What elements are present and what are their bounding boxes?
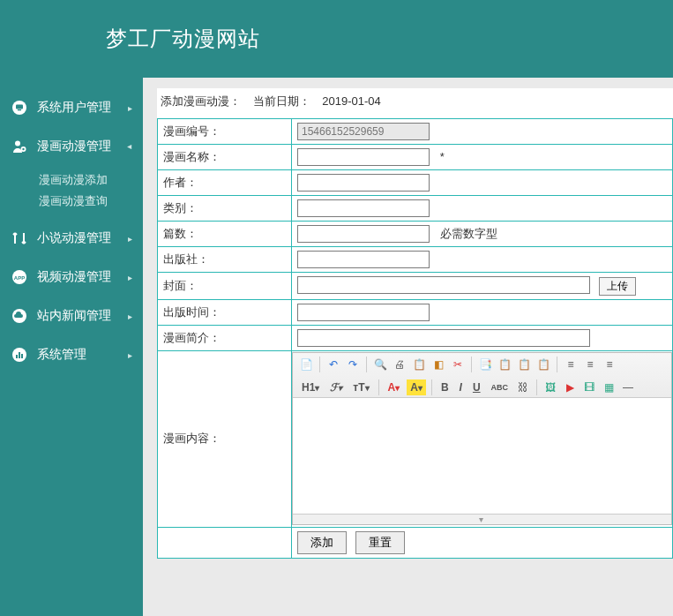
- tb-highlight-icon[interactable]: A▾: [407, 379, 426, 395]
- tb-template-icon[interactable]: ◧: [430, 357, 446, 372]
- tb-flash-icon[interactable]: ▶: [562, 379, 578, 395]
- svg-rect-11: [19, 352, 20, 358]
- sidebar-item-label: 系统管理: [37, 347, 128, 363]
- tb-paste2-icon[interactable]: 📋: [516, 357, 532, 372]
- crumb-title: 添加漫画动漫：: [161, 94, 241, 108]
- sidebar-item-video-mgmt[interactable]: APP 视频动漫管理 ▸: [0, 258, 143, 297]
- chevron-right-icon: ▸: [128, 350, 132, 360]
- rich-editor: 📄 ↶ ↷ 🔍 🖨 📋 ◧ ✂ �: [292, 352, 672, 525]
- svg-rect-2: [18, 109, 21, 110]
- tb-media-icon[interactable]: 🎞: [581, 379, 597, 395]
- tb-print-icon[interactable]: 🖨: [392, 357, 408, 372]
- tb-strike-icon[interactable]: ABC: [488, 379, 512, 395]
- tb-underline-icon[interactable]: U: [469, 379, 484, 395]
- required-mark: *: [440, 150, 445, 163]
- input-code: [297, 123, 430, 140]
- bars-icon: [11, 346, 28, 364]
- tb-source-icon[interactable]: 📄: [298, 357, 314, 372]
- tb-paste-icon[interactable]: 📋: [497, 357, 512, 372]
- reset-button[interactable]: 重置: [355, 531, 405, 554]
- label-name: 漫画名称：: [158, 145, 292, 170]
- site-title: 梦工厂动漫网站: [106, 25, 260, 53]
- chevron-right-icon: ▸: [128, 273, 132, 282]
- tb-table-icon[interactable]: ▦: [601, 379, 617, 395]
- tb-find-icon[interactable]: 🔍: [372, 357, 388, 372]
- arrows-icon: [11, 229, 28, 247]
- input-intro[interactable]: [297, 329, 590, 347]
- editor-body[interactable]: [293, 398, 671, 514]
- sidebar-item-novel-mgmt[interactable]: 小说动漫管理 ▸: [0, 219, 143, 258]
- subnav-item-query[interactable]: 漫画动漫查询: [39, 191, 143, 212]
- input-category[interactable]: [297, 199, 430, 217]
- tb-image-icon[interactable]: 🖼: [542, 379, 558, 395]
- tb-redo-icon[interactable]: ↷: [345, 357, 361, 372]
- label-content: 漫画内容：: [158, 350, 292, 527]
- tb-heading-icon[interactable]: H1▾: [298, 379, 323, 395]
- svg-text:APP: APP: [14, 275, 25, 281]
- tb-font-icon[interactable]: ℱ▾: [326, 379, 346, 395]
- sidebar-item-system-mgmt[interactable]: 系统管理 ▸: [0, 335, 143, 374]
- chevron-right-icon: ▸: [128, 103, 132, 113]
- label-pubdate: 出版时间：: [158, 299, 292, 325]
- sidebar-item-news-mgmt[interactable]: 站内新闻管理 ▸: [0, 297, 143, 335]
- editor-resize-handle[interactable]: ▾: [293, 514, 671, 524]
- svg-rect-10: [16, 355, 18, 358]
- monitor-icon: [11, 99, 28, 116]
- svg-point-5: [22, 148, 24, 150]
- tb-align-left-icon[interactable]: ≡: [563, 357, 579, 372]
- sidebar-item-user-mgmt[interactable]: 系统用户管理 ▸: [0, 88, 143, 127]
- label-category: 类别：: [158, 196, 292, 222]
- input-pubdate[interactable]: [297, 304, 430, 321]
- input-count[interactable]: [297, 225, 430, 243]
- label-author: 作者：: [158, 170, 292, 196]
- form-table: 漫画编号： 漫画名称： * 作者： 类别：: [157, 118, 673, 559]
- label-count: 篇数：: [158, 222, 292, 247]
- tb-size-icon[interactable]: тT▾: [349, 379, 372, 395]
- tb-paste3-icon[interactable]: 📋: [535, 357, 551, 372]
- tb-cut-icon[interactable]: ✂: [450, 357, 466, 372]
- user-gear-icon: [11, 138, 28, 155]
- sidebar-item-comic-mgmt[interactable]: 漫画动漫管理 ▾: [0, 127, 143, 166]
- tb-link-icon[interactable]: ⛓: [515, 379, 531, 395]
- upload-button[interactable]: 上传: [599, 277, 636, 296]
- label-intro: 漫画简介：: [158, 325, 292, 350]
- panel: 添加漫画动漫： 当前日期： 2019-01-04 漫画编号： 漫画名称： *: [157, 88, 673, 559]
- tb-align-center-icon[interactable]: ≡: [582, 357, 598, 372]
- svg-rect-1: [16, 105, 23, 109]
- subnav-comic: 漫画动漫添加 漫画动漫查询: [0, 166, 143, 219]
- crumb-date-label: 当前日期：: [253, 94, 310, 108]
- label-cover: 封面：: [158, 273, 292, 300]
- sidebar-item-label: 视频动漫管理: [37, 269, 128, 285]
- label-publisher: 出版社：: [158, 247, 292, 273]
- input-cover[interactable]: [297, 276, 590, 294]
- tb-bold-icon[interactable]: B: [437, 379, 452, 395]
- chevron-right-icon: ▸: [128, 234, 132, 244]
- sidebar: 系统用户管理 ▸ 漫画动漫管理 ▾ 漫画动漫添加 漫画动漫查询 小说动漫管理 ▸…: [0, 78, 143, 616]
- label-code: 漫画编号：: [158, 119, 292, 145]
- input-publisher[interactable]: [297, 251, 430, 268]
- chevron-down-icon: ▾: [125, 145, 135, 149]
- cloud-icon: [11, 307, 28, 325]
- sidebar-item-label: 站内新闻管理: [37, 308, 128, 324]
- subnav-item-add[interactable]: 漫画动漫添加: [39, 169, 143, 191]
- input-author[interactable]: [297, 174, 430, 192]
- input-name[interactable]: [297, 148, 430, 166]
- tb-copy-icon[interactable]: 📑: [477, 357, 493, 372]
- content-area: 添加漫画动漫： 当前日期： 2019-01-04 漫画编号： 漫画名称： *: [143, 78, 673, 616]
- tb-undo-icon[interactable]: ↶: [325, 357, 341, 372]
- tb-color-icon[interactable]: A▾: [385, 379, 404, 395]
- chevron-right-icon: ▸: [128, 312, 132, 321]
- submit-button[interactable]: 添加: [297, 531, 347, 554]
- sidebar-item-label: 小说动漫管理: [37, 230, 128, 246]
- sidebar-item-label: 漫画动漫管理: [37, 139, 128, 154]
- tb-hr-icon[interactable]: —: [620, 379, 636, 395]
- crumb-date-value: 2019-01-04: [322, 94, 381, 108]
- app-icon: APP: [11, 268, 28, 286]
- hint-count: 必需数字型: [440, 227, 497, 240]
- tb-italic-icon[interactable]: I: [456, 379, 466, 395]
- tb-preview-icon[interactable]: 📋: [411, 357, 427, 372]
- svg-point-3: [15, 141, 20, 146]
- header: 梦工厂动漫网站: [0, 0, 673, 78]
- tb-align-right-icon[interactable]: ≡: [602, 357, 617, 372]
- svg-rect-12: [21, 354, 23, 358]
